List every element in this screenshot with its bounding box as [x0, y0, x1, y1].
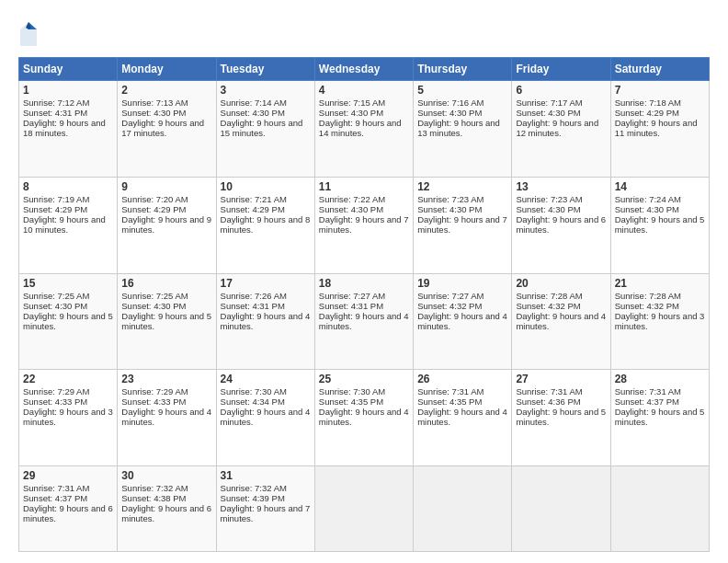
calendar-table: SundayMondayTuesdayWednesdayThursdayFrid… [18, 57, 710, 552]
sunrise-text: Sunrise: 7:27 AM [319, 291, 385, 301]
sunset-text: Sunset: 4:30 PM [319, 204, 383, 214]
sunrise-text: Sunrise: 7:29 AM [23, 386, 89, 396]
day-number: 29 [23, 469, 113, 482]
day-number: 24 [221, 373, 311, 385]
col-header-monday: Monday [118, 58, 216, 81]
calendar-cell: 13Sunrise: 7:23 AMSunset: 4:30 PMDayligh… [512, 177, 610, 273]
sunset-text: Sunset: 4:36 PM [516, 396, 580, 407]
sunset-text: Sunset: 4:32 PM [516, 301, 580, 311]
sunset-text: Sunset: 4:30 PM [121, 108, 186, 118]
sunset-text: Sunset: 4:30 PM [615, 204, 679, 214]
sunrise-text: Sunrise: 7:19 AM [23, 194, 89, 204]
day-number: 14 [615, 180, 705, 193]
daylight-text: Daylight: 9 hours and 5 minutes. [516, 407, 606, 427]
sunset-text: Sunset: 4:29 PM [121, 204, 186, 214]
day-number: 22 [23, 373, 113, 385]
week-row-2: 8Sunrise: 7:19 AMSunset: 4:29 PMDaylight… [19, 177, 710, 273]
sunrise-text: Sunrise: 7:12 AM [23, 98, 89, 108]
col-header-friday: Friday [512, 58, 610, 81]
daylight-text: Daylight: 9 hours and 4 minutes. [516, 311, 606, 331]
calendar-cell: 19Sunrise: 7:27 AMSunset: 4:32 PMDayligh… [414, 273, 512, 370]
sunset-text: Sunset: 4:38 PM [121, 493, 186, 503]
calendar-cell [512, 466, 610, 552]
day-number: 31 [221, 469, 311, 482]
sunset-text: Sunset: 4:31 PM [319, 301, 383, 311]
sunset-text: Sunset: 4:31 PM [221, 301, 285, 311]
day-number: 15 [23, 277, 113, 290]
sunrise-text: Sunrise: 7:26 AM [221, 291, 287, 301]
daylight-text: Daylight: 9 hours and 5 minutes. [615, 407, 705, 427]
sunrise-text: Sunrise: 7:20 AM [121, 194, 188, 204]
calendar-cell [314, 466, 413, 552]
calendar-cell: 7Sunrise: 7:18 AMSunset: 4:29 PMDaylight… [610, 81, 709, 178]
calendar-cell: 25Sunrise: 7:30 AMSunset: 4:35 PMDayligh… [314, 370, 413, 466]
daylight-text: Daylight: 9 hours and 4 minutes. [417, 407, 507, 427]
daylight-text: Daylight: 9 hours and 17 minutes. [121, 118, 204, 138]
day-number: 8 [23, 180, 113, 193]
daylight-text: Daylight: 9 hours and 14 minutes. [319, 118, 402, 138]
sunrise-text: Sunrise: 7:13 AM [121, 98, 188, 108]
day-number: 7 [615, 84, 705, 97]
day-number: 18 [319, 277, 409, 290]
sunset-text: Sunset: 4:37 PM [23, 493, 87, 503]
week-row-1: 1Sunrise: 7:12 AMSunset: 4:31 PMDaylight… [19, 81, 710, 178]
sunrise-text: Sunrise: 7:15 AM [319, 98, 385, 108]
sunset-text: Sunset: 4:29 PM [23, 204, 87, 214]
week-row-5: 29Sunrise: 7:31 AMSunset: 4:37 PMDayligh… [19, 466, 710, 552]
calendar-cell [610, 466, 709, 552]
sunrise-text: Sunrise: 7:32 AM [121, 483, 188, 493]
daylight-text: Daylight: 9 hours and 4 minutes. [221, 311, 311, 331]
sunset-text: Sunset: 4:35 PM [319, 396, 383, 407]
sunrise-text: Sunrise: 7:18 AM [615, 98, 681, 108]
day-number: 3 [221, 84, 311, 97]
calendar-cell: 4Sunrise: 7:15 AMSunset: 4:30 PMDaylight… [314, 81, 413, 178]
daylight-text: Daylight: 9 hours and 10 minutes. [23, 214, 106, 235]
logo [18, 20, 42, 48]
daylight-text: Daylight: 9 hours and 5 minutes. [615, 214, 705, 235]
daylight-text: Daylight: 9 hours and 4 minutes. [319, 407, 409, 427]
sunrise-text: Sunrise: 7:24 AM [615, 194, 681, 204]
day-number: 10 [221, 180, 311, 193]
daylight-text: Daylight: 9 hours and 7 minutes. [417, 214, 507, 235]
day-number: 9 [121, 180, 211, 193]
calendar-cell: 24Sunrise: 7:30 AMSunset: 4:34 PMDayligh… [216, 370, 314, 466]
daylight-text: Daylight: 9 hours and 6 minutes. [121, 503, 211, 523]
daylight-text: Daylight: 9 hours and 4 minutes. [417, 311, 507, 331]
sunset-text: Sunset: 4:33 PM [121, 396, 186, 407]
daylight-text: Daylight: 9 hours and 11 minutes. [615, 118, 698, 138]
day-number: 12 [417, 180, 507, 193]
calendar-cell: 21Sunrise: 7:28 AMSunset: 4:32 PMDayligh… [610, 273, 709, 370]
calendar-cell: 12Sunrise: 7:23 AMSunset: 4:30 PMDayligh… [414, 177, 512, 273]
day-number: 2 [121, 84, 211, 97]
sunrise-text: Sunrise: 7:28 AM [516, 291, 582, 301]
daylight-text: Daylight: 9 hours and 8 minutes. [221, 214, 311, 235]
sunrise-text: Sunrise: 7:29 AM [121, 386, 188, 396]
sunrise-text: Sunrise: 7:27 AM [417, 291, 483, 301]
sunset-text: Sunset: 4:30 PM [516, 204, 580, 214]
header-row: SundayMondayTuesdayWednesdayThursdayFrid… [19, 58, 710, 81]
sunset-text: Sunset: 4:30 PM [23, 301, 87, 311]
calendar-cell: 3Sunrise: 7:14 AMSunset: 4:30 PMDaylight… [216, 81, 314, 178]
sunrise-text: Sunrise: 7:23 AM [417, 194, 483, 204]
daylight-text: Daylight: 9 hours and 4 minutes. [121, 407, 211, 427]
sunrise-text: Sunrise: 7:31 AM [516, 386, 582, 396]
daylight-text: Daylight: 9 hours and 3 minutes. [615, 311, 705, 331]
week-row-4: 22Sunrise: 7:29 AMSunset: 4:33 PMDayligh… [19, 370, 710, 466]
calendar-cell: 5Sunrise: 7:16 AMSunset: 4:30 PMDaylight… [414, 81, 512, 178]
sunrise-text: Sunrise: 7:25 AM [121, 291, 188, 301]
daylight-text: Daylight: 9 hours and 6 minutes. [23, 503, 113, 523]
day-number: 11 [319, 180, 409, 193]
page: SundayMondayTuesdayWednesdayThursdayFrid… [0, 0, 728, 563]
calendar-cell: 10Sunrise: 7:21 AMSunset: 4:29 PMDayligh… [216, 177, 314, 273]
calendar-cell: 20Sunrise: 7:28 AMSunset: 4:32 PMDayligh… [512, 273, 610, 370]
sunset-text: Sunset: 4:34 PM [221, 396, 285, 407]
sunset-text: Sunset: 4:35 PM [417, 396, 482, 407]
sunrise-text: Sunrise: 7:16 AM [417, 98, 483, 108]
sunrise-text: Sunrise: 7:21 AM [221, 194, 287, 204]
daylight-text: Daylight: 9 hours and 15 minutes. [221, 118, 303, 138]
day-number: 30 [121, 469, 211, 482]
daylight-text: Daylight: 9 hours and 7 minutes. [319, 214, 409, 235]
sunrise-text: Sunrise: 7:28 AM [615, 291, 681, 301]
calendar-cell: 26Sunrise: 7:31 AMSunset: 4:35 PMDayligh… [414, 370, 512, 466]
calendar-cell: 9Sunrise: 7:20 AMSunset: 4:29 PMDaylight… [118, 177, 216, 273]
